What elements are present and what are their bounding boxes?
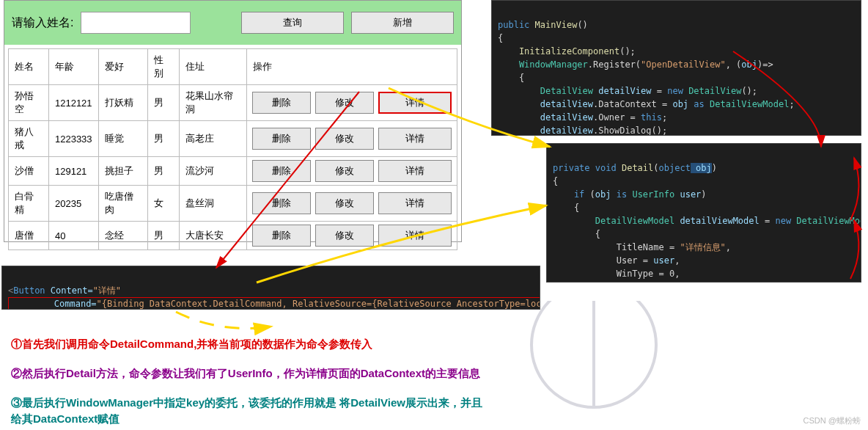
data-table: 姓名年龄爱好性别住址操作 孙悟空1212121打妖精男花果山水帘洞删除修改详情猪… — [8, 48, 457, 250]
delete-button[interactable]: 删除 — [252, 160, 311, 182]
form-panel: 请输入姓名: 查询 新增 姓名年龄爱好性别住址操作 孙悟空1212121打妖精男… — [4, 0, 462, 242]
cell-hobby: 睡觉 — [98, 121, 147, 157]
cell-hobby: 念经 — [98, 222, 147, 250]
add-button[interactable]: 新增 — [351, 12, 454, 34]
cell-actions: 删除修改详情 — [246, 222, 457, 250]
detail-button[interactable]: 详情 — [378, 192, 452, 214]
cell-hobby: 吃唐僧肉 — [98, 186, 147, 222]
edit-button[interactable]: 修改 — [315, 192, 374, 214]
search-label: 请输入姓名: — [12, 15, 73, 31]
delete-button[interactable]: 删除 — [252, 225, 311, 247]
cell-addr: 大唐长安 — [179, 222, 246, 250]
delete-button[interactable]: 删除 — [252, 92, 311, 114]
table-row: 孙悟空1212121打妖精男花果山水帘洞删除修改详情 — [9, 85, 457, 121]
column-header: 住址 — [179, 49, 246, 85]
cell-actions: 删除修改详情 — [246, 85, 457, 121]
cell-age: 20235 — [48, 186, 98, 222]
column-header: 姓名 — [9, 49, 49, 85]
cell-name: 白骨精 — [9, 186, 49, 222]
commentary-3a: ③最后执行WindowManager中指定key的委托，该委托的作用就是 将De… — [11, 396, 482, 410]
detail-button[interactable]: 详情 — [378, 92, 452, 114]
cell-hobby: 打妖精 — [98, 85, 147, 121]
cell-gender: 女 — [148, 186, 179, 222]
table-row: 猪八戒1223333睡觉男高老庄删除修改详情 — [9, 121, 457, 157]
commentary-2: ②然后执行Detail方法，命令参数让我们有了UserInfo，作为详情页面的D… — [11, 367, 480, 381]
cell-age: 129121 — [48, 157, 98, 186]
edit-button[interactable]: 修改 — [315, 128, 374, 150]
cell-name: 孙悟空 — [9, 85, 49, 121]
cell-hobby: 挑担子 — [98, 157, 147, 186]
search-bar: 请输入姓名: 查询 新增 — [4, 1, 461, 45]
cell-actions: 删除修改详情 — [246, 121, 457, 157]
query-button[interactable]: 查询 — [241, 12, 344, 34]
commentary-1: ①首先我们调用命令DetailCommand,并将当前项的数据作为命令参数传入 — [11, 338, 372, 351]
column-header: 年龄 — [48, 49, 98, 85]
table-row: 白骨精20235吃唐僧肉女盘丝洞删除修改详情 — [9, 186, 457, 222]
edit-button[interactable]: 修改 — [315, 160, 374, 182]
cell-actions: 删除修改详情 — [246, 186, 457, 222]
cell-gender: 男 — [148, 85, 179, 121]
cell-name: 沙僧 — [9, 157, 49, 186]
edit-button[interactable]: 修改 — [315, 225, 374, 247]
cell-addr: 流沙河 — [179, 157, 246, 186]
code-xaml-button: <Button Content="详情" Command="{Binding D… — [1, 266, 540, 310]
cell-addr: 盘丝洞 — [179, 186, 246, 222]
cell-name: 猪八戒 — [9, 121, 49, 157]
edit-button[interactable]: 修改 — [315, 92, 374, 114]
cell-gender: 男 — [148, 121, 179, 157]
column-header: 爱好 — [98, 49, 147, 85]
cell-actions: 删除修改详情 — [246, 157, 457, 186]
cell-age: 1212121 — [48, 85, 98, 121]
cell-gender: 男 — [148, 157, 179, 186]
table-row: 沙僧129121挑担子男流沙河删除修改详情 — [9, 157, 457, 186]
cell-addr: 高老庄 — [179, 121, 246, 157]
name-input[interactable] — [81, 12, 191, 34]
watermark-logo — [491, 301, 696, 426]
detail-button[interactable]: 详情 — [378, 160, 452, 182]
cell-age: 40 — [48, 222, 98, 250]
column-header: 性别 — [148, 49, 179, 85]
cell-age: 1223333 — [48, 121, 98, 157]
table-row: 唐僧40念经男大唐长安删除修改详情 — [9, 222, 457, 250]
watermark-text: CSDN @螺粉螃 — [803, 415, 861, 426]
column-header: 操作 — [246, 49, 457, 85]
code-detail-method: private void Detail(object obj) { if (ob… — [546, 143, 861, 283]
cell-name: 唐僧 — [9, 222, 49, 250]
delete-button[interactable]: 删除 — [252, 128, 311, 150]
cell-addr: 花果山水帘洞 — [179, 85, 246, 121]
delete-button[interactable]: 删除 — [252, 192, 311, 214]
code-mainview: public MainView() { InitializeComponent(… — [491, 0, 861, 136]
commentary-3b: 给其DataContext赋值 — [11, 412, 119, 426]
detail-button[interactable]: 详情 — [378, 225, 452, 247]
cell-gender: 男 — [148, 222, 179, 250]
detail-button[interactable]: 详情 — [378, 128, 452, 150]
